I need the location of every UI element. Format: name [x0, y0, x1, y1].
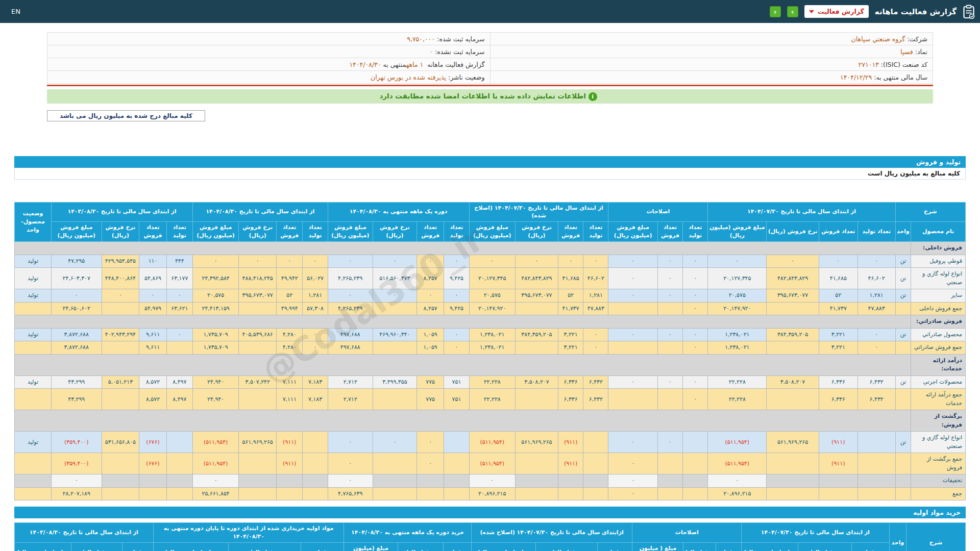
table-row: قوطي پروفيلتن۰۰۰۰۰۰۰۰۰۰۰۰۰۰۰۰۰۰۰۴۴۴۱۱۰۴۲…	[15, 255, 966, 268]
column-header: مبلغ فروش (میلیون ریال)	[608, 222, 657, 242]
column-header: واحد	[889, 523, 906, 551]
column-header: تعداد فروش	[819, 222, 857, 242]
info-cell: نماد:فسپا	[490, 45, 933, 58]
table-row: انواع لوله گازي و صنعتيتن(۹۱۱)۵۶۱,۹۶۹,۲۶…	[15, 432, 966, 453]
column-group-header: اصلاحات	[632, 523, 742, 543]
chevron-down-icon	[809, 10, 814, 13]
column-group-header: دوره یک ماهه منتهی به ۱۴۰۴/۰۸/۳۰	[328, 202, 469, 222]
column-header: نرخ فروش (ریال)	[515, 222, 558, 242]
prev-report-button[interactable]: ‹	[770, 6, 781, 17]
table-row: جمع درآمد ارائه خدمات۶,۴۳۲۶,۳۳۶۲۲,۲۲۸۰۶,…	[15, 389, 966, 410]
column-header: شرح	[906, 523, 966, 551]
next-report-button[interactable]: ›	[787, 6, 798, 17]
table-row: جمع فروش داخلی۴۷,۸۸۳۴۱,۷۳۷۲۰,۱۴۷,۹۲۰۰۴۷,…	[15, 302, 966, 315]
column-header: مبلغ فروش (میلیون ریال)	[192, 222, 238, 242]
column-header: مبلغ (میلیون ریال)	[153, 543, 228, 551]
table-row: فروش داخلی:	[15, 242, 966, 255]
column-header: مقدار	[122, 543, 153, 551]
signature-notice-bar: i اطلاعات نمایش داده شده با اطلاعات امضا…	[47, 89, 933, 104]
company-info-table: شرکت:گروه صنعتي سپاهانسرمایه ثبت شده:۹,۷…	[47, 32, 933, 84]
column-group-header: ازابتدای سال مالی تا تاریخ ۱۴۰۴/۰۷/۳۰ (ا…	[471, 523, 632, 543]
column-header: مبلغ فروش (میلیون ریال)	[708, 222, 767, 242]
table-row: جمع برگشت از فروش(۹۱۱)(۵۱۱,۹۵۴)۰(۹۱۱)(۵۱…	[15, 453, 966, 474]
info-icon: i	[589, 92, 597, 101]
column-header: تعداد فروش	[657, 222, 682, 242]
column-header: نرخ (ریال)	[536, 543, 598, 551]
column-header: مبلغ ( میلیون ریال)	[632, 543, 683, 551]
column-header: مبلغ (میلیون ریال)	[471, 543, 535, 551]
company-info-section: شرکت:گروه صنعتي سپاهانسرمایه ثبت شده:۹,۷…	[47, 32, 933, 84]
column-header: تعداد تولید	[444, 222, 469, 242]
info-cell: وضعیت ناشر:پذیرفته شده در بورس تهران	[47, 71, 491, 84]
amounts-unit-note-box: کلیه مبالغ درج شده به میلیون ریال می باش…	[47, 110, 205, 121]
column-group-header: از ابتدای سال مالی تا تاریخ ۱۴۰۴/۰۷/۳۰	[708, 202, 895, 222]
column-header: نرخ فروش (ریال)	[767, 222, 819, 242]
column-header: تعداد فروش	[139, 222, 166, 242]
column-header: مقدار	[716, 543, 742, 551]
column-header: تعداد تولید	[166, 222, 192, 242]
info-cell: سرمایه ثبت شده:۹,۷۵۰,۰۰۰	[47, 33, 491, 45]
column-group-header: از ابتدای سال مالی تا تاریخ ۱۴۰۴/۰۷/۳۰ (…	[469, 202, 608, 222]
column-group-header: از ابتدای سال مالی تا تاریخ ۱۴۰۴/۰۷/۳۰	[742, 523, 889, 543]
table-row: سایرتن۱,۲۸۱۵۲۳۹۵,۶۷۳,۰۷۷۲۰,۵۷۵۰۰۰۱,۲۸۱۵۲…	[15, 289, 966, 303]
column-header: نرخ فروش (ریال)	[102, 222, 139, 242]
column-header: تعداد تولید	[683, 222, 708, 242]
column-header: مبلغ فروش (میلیون ریال)	[469, 222, 515, 242]
column-header: نرخ (ریال)	[229, 543, 301, 551]
page-title: گزارش فعالیت ماهانه	[875, 7, 957, 16]
column-header: تعداد فروش	[277, 222, 303, 242]
column-header: تعداد تولید	[583, 222, 608, 242]
column-group-header: از ابتدای سال مالی تا تاریخ ۱۴۰۳/۰۸/۳۰	[51, 202, 192, 222]
info-cell: کد صنعت (ISIC):۲۷۱۰۱۳	[490, 58, 933, 71]
table-row: برگشت از فروش:	[15, 410, 966, 432]
report-icon	[963, 5, 975, 19]
info-row: کد صنعت (ISIC):۲۷۱۰۱۳گزارش فعالیت ماهانه…	[47, 58, 933, 71]
info-cell: سال مالی منتهی به:۱۴۰۴/۱۲/۲۹	[490, 71, 933, 84]
sales-table: شرحاز ابتدای سال مالی تا تاریخ ۱۴۰۴/۰۷/۳…	[14, 202, 966, 501]
column-header: تعداد فروش	[558, 222, 583, 242]
column-header: تعداد تولید	[303, 222, 328, 242]
column-header: مقدار	[444, 543, 472, 551]
sales-unit-note: کلیه مبالغ به میلیون ریال است	[14, 168, 966, 180]
column-header: مبلغ فروش (میلیون ریال)	[328, 222, 373, 242]
column-header: نرخ فروش (ریال)	[239, 222, 277, 242]
info-row: نماد:فسپاسرمایه ثبت نشده:۰	[47, 45, 933, 58]
table-row: جمع۲۰,۸۹۶,۲۱۵۰۲۰,۸۹۶,۲۱۵۴,۷۶۵,۶۳۹۲۵,۶۶۱,…	[15, 487, 966, 500]
column-header: مبلغ (میلیون ریال)	[344, 543, 398, 551]
table-row: محصول صادراتيتن۰۳,۲۲۱۳۸۴,۳۵۹,۲۰۵۱,۲۳۸,۰۲…	[15, 328, 966, 341]
table-row: فروش صادراتي:	[15, 315, 966, 329]
table-row: انواع لوله گازي و صنعتيتن۴۶,۶۰۲۴۱,۶۸۵۴۸۲…	[15, 268, 966, 289]
column-header: مبلغ (میلیون ریال)	[15, 543, 71, 551]
table-row: جمع فروش صادراتي۰۳,۲۲۱۱,۲۳۸,۰۲۱۰۰۳,۲۲۱۱,…	[15, 341, 966, 355]
info-cell: گزارش فعالیت ماهانه ۱ ماههمنتهی به۱۴۰۴/۰…	[47, 58, 491, 71]
section-header-raw-material-purchase: خرید مواد اولیه	[14, 507, 966, 518]
column-header: تعداد تولید	[857, 222, 895, 242]
column-group-header: از ابتدای سال مالی تا تاریخ ۱۴۰۴/۰۸/۳۰	[192, 202, 328, 222]
column-group-header: اصلاحات	[608, 202, 708, 222]
table-row: درآمد ارائه خدمات:	[15, 354, 966, 375]
column-header: مبلغ (میلیون ریال)	[742, 543, 798, 551]
column-group-header: خرید دوره یک ماهه منتهی به ۱۴۰۴/۰۸/۳۰	[344, 523, 471, 543]
red-divider	[47, 85, 933, 86]
column-header: مبلغ فروش (میلیون ریال)	[51, 222, 102, 242]
purchases-table: شرحواحداز ابتدای سال مالی تا تاریخ ۱۴۰۴/…	[14, 522, 966, 551]
column-header: مقدار	[851, 543, 889, 551]
report-type-dropdown[interactable]: گزارش فعالیت	[804, 5, 869, 18]
column-header: وضعیت محصول-واحد	[15, 202, 52, 242]
section-header-production-sales: تولید و فروش	[14, 156, 966, 168]
column-header: نرخ فروش (ریال)	[373, 222, 416, 242]
info-cell: سرمایه ثبت نشده:۰	[47, 45, 491, 58]
info-row: شرکت:گروه صنعتي سپاهانسرمایه ثبت شده:۹,۷…	[47, 33, 933, 45]
info-cell: شرکت:گروه صنعتي سپاهان	[490, 33, 933, 45]
column-group-header: از ابتدای سال مالی تا تاریخ ۱۴۰۳/۰۸/۳۰	[15, 523, 154, 543]
column-header: نرخ (ریال)	[683, 543, 716, 551]
notice-text: اطلاعات نمایش داده شده با اطلاعات امضا ش…	[379, 92, 586, 100]
top-bar: گزارش فعالیت ماهانه گزارش فعالیت › ‹ EN	[0, 0, 980, 23]
column-group-header: مواد اولیه خریداری شده از ابتدای دوره تا…	[153, 523, 344, 543]
column-header: مقدار	[598, 543, 632, 551]
table-row: تخفیفات۰۰۰۰۰۰	[15, 474, 966, 488]
column-group-header: شرح	[895, 202, 965, 222]
column-header: واحد	[895, 222, 911, 242]
column-header: نام محصول	[911, 222, 966, 242]
language-toggle[interactable]: EN	[11, 8, 20, 15]
